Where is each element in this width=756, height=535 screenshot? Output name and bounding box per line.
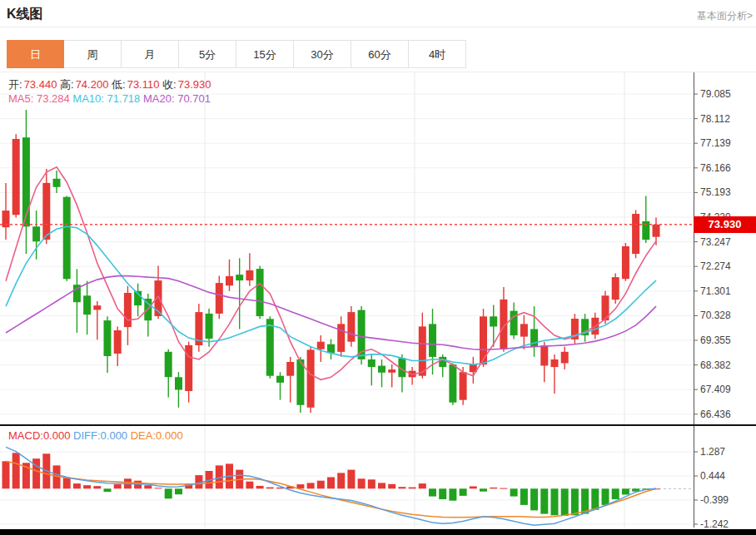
high-label: 高: <box>60 78 74 91</box>
open-label: 开: <box>8 78 22 91</box>
ma10-label: MA10: <box>72 92 104 105</box>
y-axis-label: 71.301 <box>700 285 754 297</box>
tab-week[interactable]: 周 <box>64 40 122 68</box>
ma-legend: MA5: 73.284 MA10: 71.718 MA20: 70.701 <box>8 92 211 105</box>
diff-value: 0.000 <box>101 429 128 442</box>
y-axis-label: 79.085 <box>700 88 754 100</box>
period-tabbar: 日 周 月 5分 15分 30分 60分 4时 <box>7 40 466 68</box>
ohlc-legend: 开:73.440 高:74.200 低:73.110 收:73.930 <box>8 77 211 92</box>
macd-label: MACD: <box>8 429 43 442</box>
y-axis-label: 76.166 <box>700 162 754 174</box>
tab-15min[interactable]: 15分 <box>236 40 294 68</box>
y-axis-label: 77.139 <box>700 137 754 149</box>
close-value: 73.930 <box>178 78 211 91</box>
tab-30min[interactable]: 30分 <box>294 40 351 68</box>
tab-5min[interactable]: 5分 <box>179 40 236 68</box>
open-value: 73.440 <box>24 78 57 91</box>
low-label: 低: <box>112 78 126 91</box>
y-axis-label: 73.247 <box>700 236 754 248</box>
tab-4hour[interactable]: 4时 <box>409 40 466 68</box>
dea-line <box>6 461 656 517</box>
macd-axis-label: -0.399 <box>700 494 754 506</box>
ma20-value: 70.701 <box>177 92 211 105</box>
tab-day[interactable]: 日 <box>7 40 64 68</box>
macd-legend: MACD:0.000 DIFF:0.000 DEA:0.000 <box>8 429 183 442</box>
y-axis-label: 67.409 <box>700 384 754 395</box>
fundamental-analysis-link[interactable]: 基本面分析> <box>697 9 753 23</box>
ma20-label: MA20: <box>143 92 175 105</box>
page-title: K线图 <box>7 6 43 23</box>
y-axis-label: 78.112 <box>700 113 754 125</box>
candles-group <box>2 110 660 413</box>
bottom-bar <box>0 529 756 535</box>
macd-axis-label: -1.242 <box>700 518 754 530</box>
ma5-value: 73.284 <box>37 92 70 105</box>
macd-axis-label: 0.444 <box>700 470 754 482</box>
candlestick-chart[interactable] <box>0 72 756 424</box>
panel-divider <box>0 424 756 426</box>
macd-value: 0.000 <box>43 429 71 442</box>
high-value: 74.200 <box>76 78 109 91</box>
y-axis-label: 69.355 <box>700 334 754 346</box>
y-axis-label: 72.274 <box>700 260 754 272</box>
macd-axis-label: 1.287 <box>700 446 754 458</box>
tab-month[interactable]: 月 <box>122 40 179 68</box>
y-axis-label: 68.382 <box>700 359 754 371</box>
dea-label: DEA: <box>131 429 156 442</box>
header-divider <box>0 27 756 27</box>
dea-value: 0.000 <box>156 429 183 442</box>
ma10-value: 71.718 <box>107 92 141 105</box>
macd-histogram <box>2 453 660 516</box>
close-label: 收: <box>162 78 177 91</box>
low-value: 73.110 <box>127 78 160 91</box>
last-price-tag: 73.930 <box>694 216 756 233</box>
diff-label: DIFF: <box>73 429 101 442</box>
y-axis-label: 75.193 <box>700 186 754 198</box>
y-axis-label: 66.436 <box>700 409 754 420</box>
y-axis-label: 70.328 <box>700 310 754 321</box>
ma5-label: MA5: <box>8 92 33 105</box>
tab-60min[interactable]: 60分 <box>351 40 409 68</box>
